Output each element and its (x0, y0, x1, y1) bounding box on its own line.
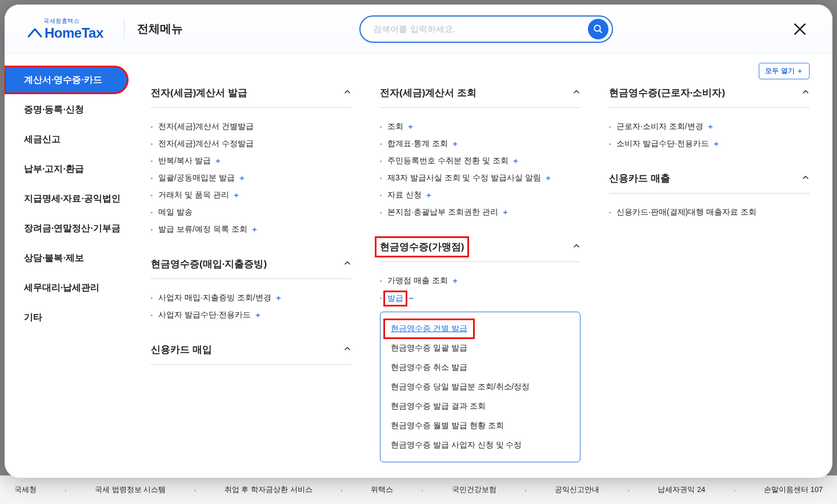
expand-all-button[interactable]: 모두 열기 ＋ (759, 63, 810, 79)
expand-icon: ＋ (512, 156, 519, 166)
logo[interactable]: 국세청홈택스 HomeTax (27, 17, 103, 41)
submenu-item[interactable]: 현금영수증 당일 발급분 조회/취소/정정 (391, 377, 570, 397)
expand-icon: ＋ (251, 224, 258, 235)
footer-link[interactable]: 공익신고안내 (550, 485, 604, 495)
section-header[interactable]: 신용카드 매입 (151, 343, 351, 365)
menu-item[interactable]: 자료 신청＋ (380, 187, 580, 204)
menu-item[interactable]: 소비자 발급수단·전용카드＋ (609, 135, 810, 152)
submenu-item[interactable]: 현금영수증 월별 발급 현황 조회 (391, 416, 570, 436)
menu-item-label: 가맹점 매출 조회 (387, 276, 448, 286)
category-sidebar: 계산서·영수증·카드증명·등록·신청세금신고납부·고지·환급지급명세·자료·공익… (5, 54, 134, 478)
menu-item-label: 반복/복사 발급 (158, 156, 211, 166)
sidebar-item-2[interactable]: 세금신고 (5, 126, 128, 153)
chevron-up-icon (343, 88, 351, 96)
menu-item[interactable]: 발급 보류/예정 목록 조회＋ (151, 221, 351, 238)
section-header[interactable]: 전자(세금)계산서 조회 (380, 86, 580, 108)
menu-item[interactable]: 가맹점 매출 조회＋ (380, 272, 580, 289)
menu-item[interactable]: 일괄/공동매입분 발급＋ (151, 170, 351, 187)
logo-tagline: 국세청홈택스 (43, 17, 79, 25)
sidebar-item-3[interactable]: 납부·고지·환급 (5, 155, 128, 183)
section-header[interactable]: 신용카드 매출 (609, 172, 810, 193)
menu-item-label: 신용카드·판매(결제)대행 매출자료 조회 (616, 207, 756, 217)
expand-icon: ＋ (707, 122, 714, 132)
sidebar-item-8[interactable]: 기타 (5, 304, 128, 331)
section-header[interactable]: 현금영수증(매입·지출증빙) (151, 257, 351, 279)
menu-item[interactable]: 신용카드·판매(결제)대행 매출자료 조회 (609, 204, 810, 221)
menu-item[interactable]: 전자(세금)계산서 건별발급 (151, 118, 351, 135)
sidebar-item-4[interactable]: 지급명세·자료·공익법인 (5, 185, 128, 212)
expand-icon: ＋ (451, 276, 459, 286)
menu-item[interactable]: 제3자 발급사실 조회 및 수정 발급사실 알림＋ (380, 170, 580, 187)
house-icon (27, 27, 42, 38)
menu-item[interactable]: 반복/복사 발급＋ (151, 152, 351, 170)
menu-item[interactable]: 발급－ (380, 289, 580, 307)
menu-item[interactable]: 합계표·통계 조회＋ (380, 135, 580, 152)
menu-item[interactable]: 조회＋ (380, 118, 580, 135)
chevron-up-icon (572, 242, 580, 250)
footer-link[interactable]: 손말이음센터 107 (759, 485, 827, 495)
menu-item-label: 합계표·통계 조회 (387, 139, 448, 149)
chevron-up-icon (343, 259, 351, 267)
chevron-up-icon (343, 345, 351, 353)
footer-link[interactable]: 국민건강보험 (447, 485, 501, 495)
menu-item-label: 사업자 매입·지출증빙 조회/변경 (158, 293, 271, 303)
menu-item-label: 전자(세금)계산서 수정발급 (158, 139, 254, 149)
menu-content: 모두 열기 ＋ 전자(세금)계산서 발급전자(세금)계산서 건별발급전자(세금)… (134, 54, 832, 478)
footer-link[interactable]: 취업 후 학자금상환 서비스 (220, 485, 317, 495)
menu-item[interactable]: 근로자·소비자 조회/변경＋ (609, 118, 810, 135)
menu-item[interactable]: 주민등록번호 수취분 전환 및 조회＋ (380, 152, 580, 170)
footer-link[interactable]: 국세 법령정보 시스템 (90, 485, 170, 495)
section-title: 현금영수증(가맹점) (377, 238, 467, 256)
page-title: 전체메뉴 (137, 21, 183, 37)
expand-icon: ＋ (502, 207, 509, 217)
expand-icon: ＋ (407, 122, 414, 132)
expand-icon: ＋ (451, 139, 459, 149)
menu-item-label: 주민등록번호 수취분 전환 및 조회 (387, 156, 508, 166)
expand-icon: ＋ (425, 190, 432, 200)
modal-header: 국세청홈택스 HomeTax 전체메뉴 (5, 5, 832, 54)
menu-item-label: 사업자 발급수단·전용카드 (158, 310, 251, 320)
menu-item[interactable]: 전자(세금)계산서 수정발급 (151, 135, 351, 152)
sidebar-item-6[interactable]: 상담·불복·제보 (5, 244, 128, 272)
menu-item[interactable]: 본지점·총괄납부 조회권한 관리＋ (380, 204, 580, 221)
menu-item-label: 소비자 발급수단·전용카드 (616, 139, 709, 149)
section-header[interactable]: 현금영수증(근로자·소비자) (609, 86, 810, 108)
search-icon (593, 24, 603, 34)
menu-item-label: 조회 (387, 122, 403, 132)
menu-item-label: 일괄/공동매입분 발급 (158, 173, 235, 183)
chevron-up-icon (802, 88, 810, 96)
footer-link[interactable]: 국세청 (10, 485, 41, 495)
search-button[interactable] (588, 19, 608, 39)
expand-icon: ＋ (254, 310, 262, 320)
search-input[interactable] (373, 24, 588, 34)
close-button[interactable] (790, 19, 810, 39)
sidebar-item-0[interactable]: 계산서·영수증·카드 (5, 66, 128, 94)
logo-text: HomeTax (27, 25, 103, 41)
menu-item[interactable]: 사업자 매입·지출증빙 조회/변경＋ (151, 289, 351, 307)
section-header[interactable]: 전자(세금)계산서 발급 (151, 86, 351, 108)
submenu-item[interactable]: 현금영수증 취소 발급 (391, 358, 570, 377)
header-divider (124, 19, 125, 39)
sidebar-item-7[interactable]: 세무대리·납세관리 (5, 274, 128, 301)
menu-item[interactable]: 메일 발송 (151, 204, 351, 221)
menu-item-label: 전자(세금)계산서 건별발급 (158, 122, 254, 132)
menu-item[interactable]: 거래처 및 품목 관리＋ (151, 187, 351, 204)
menu-item-label: 거래처 및 품목 관리 (158, 190, 229, 200)
sidebar-item-5[interactable]: 장려금·연말정산·기부금 (5, 215, 128, 242)
section-title: 전자(세금)계산서 조회 (380, 86, 476, 99)
menu-item-label: 제3자 발급사실 조회 및 수정 발급사실 알림 (387, 173, 541, 183)
submenu-item[interactable]: 현금영수증 발급 사업자 신청 및 수정 (391, 436, 570, 455)
menu-item[interactable]: 사업자 발급수단·전용카드＋ (151, 307, 351, 324)
expand-icon: ＋ (214, 156, 222, 166)
expand-icon: ＋ (275, 293, 282, 303)
sidebar-item-1[interactable]: 증명·등록·신청 (5, 96, 128, 123)
expand-icon: ＋ (233, 190, 240, 200)
section-title: 현금영수증(근로자·소비자) (609, 86, 725, 99)
footer-link[interactable]: 납세자권익 24 (653, 485, 710, 495)
submenu-item[interactable]: 현금영수증 건별 발급 (385, 320, 473, 337)
submenu-item[interactable]: 현금영수증 일괄 발급 (391, 338, 570, 358)
footer-link[interactable]: 위택스 (366, 485, 398, 495)
search-box[interactable] (359, 15, 613, 43)
submenu-item[interactable]: 현금영수증 발급 결과 조회 (391, 397, 570, 416)
section-header[interactable]: 현금영수증(가맹점) (380, 240, 580, 262)
